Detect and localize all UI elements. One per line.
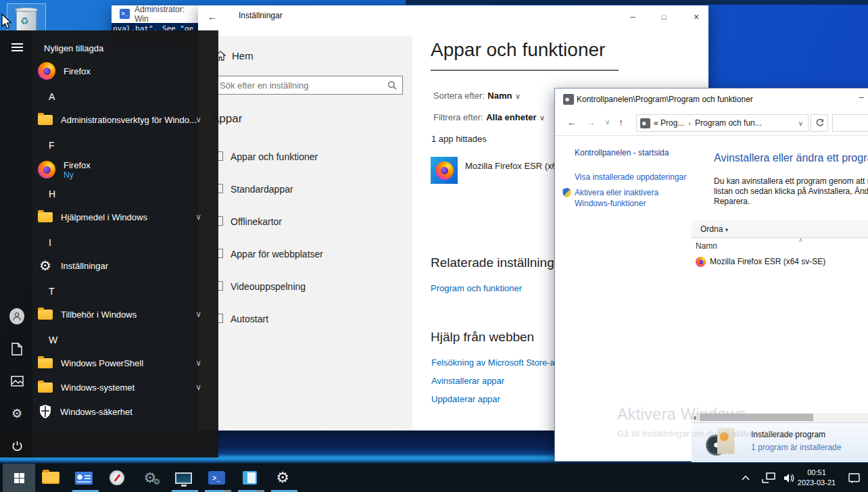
taskbar-system-properties[interactable] [69, 464, 99, 492]
taskbar-settings[interactable]: ⚙ [268, 464, 297, 492]
hamburger-icon[interactable] [9, 40, 24, 55]
compass-icon [110, 470, 124, 485]
maximize-button[interactable]: □ [654, 9, 674, 24]
search-input[interactable] [214, 80, 387, 91]
documents-icon[interactable] [9, 341, 24, 356]
chevron-down-icon: ∨ [539, 114, 545, 122]
pictures-icon[interactable] [9, 374, 24, 389]
web-help-link[interactable]: Uppdaterar appar [431, 394, 500, 404]
control-panel-home-link[interactable]: Kontrollpanelen - startsida [575, 148, 669, 157]
up-icon[interactable]: ↑ [619, 117, 623, 128]
start-menu-item[interactable]: Hjälpmedel i Windows ∨ [38, 205, 214, 229]
sort-control[interactable]: Sortera efter: Namn ∨ [433, 89, 521, 101]
minimize-button[interactable]: – [623, 9, 643, 24]
forward-icon[interactable]: → [586, 117, 596, 128]
taskbar-task-manager[interactable] [168, 464, 198, 492]
network-tray-icon[interactable] [758, 464, 779, 492]
taskbar-notepad[interactable] [235, 464, 264, 492]
start-menu-item[interactable]: Tillbehör i Windows ∨ [38, 302, 214, 326]
search-icon [387, 80, 397, 90]
view-installed-updates-link[interactable]: Visa installerade uppdateringar [575, 172, 686, 182]
taskbar-powershell[interactable]: >_ [201, 464, 231, 492]
taskbar-file-explorer[interactable] [36, 464, 66, 492]
scrollbar-thumb[interactable] [700, 414, 813, 421]
address-dropdown-icon[interactable]: ∨ [798, 120, 803, 127]
settings-gear-icon[interactable]: ⚙ [9, 406, 24, 421]
start-menu-section-letter[interactable]: W [49, 335, 57, 345]
start-menu-item[interactable]: Windows-systemet ∨ [38, 375, 214, 399]
start-menu-item[interactable]: Firefox Ny [38, 156, 214, 183]
power-icon[interactable] [9, 439, 24, 453]
action-center-button[interactable] [842, 464, 865, 492]
chevron-down-icon[interactable]: ∨ [195, 310, 201, 319]
breadcrumb-root[interactable]: « Prog... [654, 118, 684, 128]
start-menu-section-letter[interactable]: I [49, 237, 51, 248]
sort-ascending-icon[interactable]: ∧ [798, 237, 803, 243]
settings-gear-icon: ⚙ [276, 470, 289, 485]
location-icon [640, 118, 650, 128]
scroll-left-icon[interactable]: ‹ [694, 413, 696, 422]
chevron-down-icon[interactable]: ∨ [195, 212, 201, 222]
control-panel-window: Kontrollpanelen\Program\Program och funk… [554, 88, 868, 462]
breadcrumb-separator-icon: › [688, 119, 691, 127]
desktop: ♻ >_ Administrator: Win oval.bat". See "… [0, 0, 868, 492]
mouse-cursor [1, 14, 13, 30]
start-menu-item[interactable]: Windows PowerShell ∨ [38, 351, 214, 375]
horizontal-scrollbar[interactable]: ‹ [692, 413, 868, 422]
close-button[interactable]: × [686, 9, 706, 24]
web-help-link[interactable]: Avinstallerar appar [431, 376, 504, 386]
start-menu-section-letter[interactable]: F [49, 140, 55, 151]
start-menu-item[interactable]: Administrationsverktyg för Windo... ∨ [38, 107, 214, 132]
start-menu-section-letter[interactable]: T [49, 286, 55, 297]
back-icon[interactable]: ← [567, 117, 577, 128]
start-menu-item[interactable]: ⚙ Inställningar [38, 253, 214, 278]
firefox-app-tile-icon[interactable] [431, 157, 458, 184]
history-dropdown-icon[interactable]: ∨ [605, 118, 610, 126]
column-header-name[interactable]: Namn [696, 241, 717, 251]
command-bar: Ordna ▾ [692, 220, 868, 238]
start-menu-item[interactable]: Firefox [38, 59, 214, 83]
program-list-row[interactable]: Mozilla Firefox ESR (x64 sv-SE) [692, 255, 868, 268]
start-menu-item[interactable]: Windows-säkerhet [38, 399, 214, 424]
web-help-header: Hjälp från webben [431, 330, 534, 345]
settings-nav-item[interactable]: Autostart [198, 305, 412, 332]
folder-icon [38, 115, 53, 125]
powershell-titlebar[interactable]: >_ Administrator: Win [112, 5, 199, 23]
refresh-button[interactable] [811, 114, 828, 132]
breadcrumb[interactable]: « Prog... › Program och fun... ∨ [636, 114, 809, 132]
chevron-up-icon [742, 475, 750, 481]
organize-menu[interactable]: Ordna ▾ [700, 224, 728, 234]
programs-features-link[interactable]: Program och funktioner [431, 283, 522, 293]
start-button[interactable] [3, 464, 35, 492]
start-menu-section-letter[interactable]: H [49, 189, 55, 199]
breadcrumb-current[interactable]: Program och fun... [695, 118, 762, 128]
explorer-search-input[interactable] [833, 118, 868, 128]
windows-features-link[interactable]: Aktivera eller inaktivera Windows-funkti… [575, 188, 658, 208]
web-help-link[interactable]: Felsökning av Microsoft Store-appar [431, 358, 573, 368]
user-avatar-icon[interactable] [9, 309, 24, 324]
taskbar-clock[interactable]: 00:51 2023-03-21 [792, 464, 841, 492]
settings-home[interactable]: Hem [215, 47, 350, 64]
start-menu-rail [0, 30, 32, 458]
new-badge: Ny [64, 170, 91, 180]
chevron-down-icon[interactable]: ∨ [195, 115, 201, 124]
taskbar-control-panel[interactable]: ⚙ ⚙ [135, 464, 165, 492]
back-icon[interactable]: ← [208, 11, 218, 22]
settings-nav-item[interactable]: Videouppspelning [198, 272, 412, 299]
minimize-button[interactable]: – [851, 90, 868, 105]
explorer-search-box[interactable] [832, 114, 868, 132]
filter-control[interactable]: Filtrera efter: Alla enheter ∨ [433, 111, 545, 123]
settings-nav-item[interactable]: Appar och funktioner [198, 143, 412, 170]
settings-nav-item[interactable]: Appar för webbplatser [198, 240, 412, 267]
settings-nav-item[interactable]: Offlinekartor [198, 207, 412, 235]
folder-icon [38, 310, 53, 320]
page-title: Appar och funktioner [431, 39, 605, 61]
chevron-down-icon[interactable]: ∨ [195, 358, 201, 368]
start-menu-section-letter[interactable]: A [49, 91, 55, 102]
settings-nav-item[interactable]: Standardappar [198, 175, 412, 202]
settings-window-title: Inställningar [239, 11, 283, 20]
chevron-down-icon[interactable]: ∨ [195, 383, 201, 392]
tray-expand-button[interactable] [736, 464, 756, 492]
settings-search-box[interactable] [214, 76, 403, 95]
taskbar-compass-app[interactable] [102, 464, 132, 492]
